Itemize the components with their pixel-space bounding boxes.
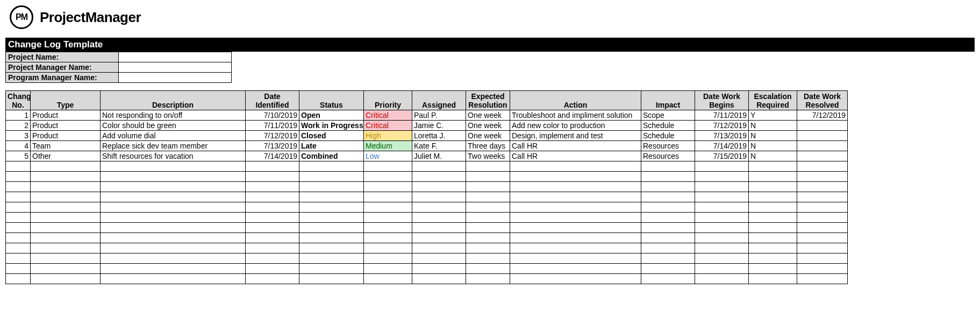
empty-cell[interactable] (797, 274, 848, 284)
cell-status[interactable]: Closed (299, 131, 364, 141)
empty-cell[interactable] (510, 264, 641, 274)
empty-cell[interactable] (641, 161, 695, 172)
empty-cell[interactable] (101, 253, 246, 264)
program-manager-value[interactable] (119, 73, 232, 83)
cell-type[interactable]: Team (31, 141, 101, 151)
project-manager-value[interactable] (119, 62, 232, 73)
empty-cell[interactable] (797, 182, 848, 192)
cell-priority[interactable]: Low (364, 151, 412, 161)
cell-escalation-required[interactable]: N (749, 151, 797, 161)
empty-cell[interactable] (101, 172, 246, 182)
empty-cell[interactable] (364, 213, 412, 223)
empty-cell[interactable] (695, 264, 749, 274)
empty-cell[interactable] (364, 253, 412, 264)
empty-cell[interactable] (246, 161, 299, 172)
empty-cell[interactable] (31, 213, 101, 223)
cell-assigned[interactable]: Loretta J. (412, 131, 466, 141)
empty-cell[interactable] (101, 264, 246, 274)
empty-cell[interactable] (364, 172, 412, 182)
empty-cell[interactable] (31, 192, 101, 202)
empty-cell[interactable] (641, 213, 695, 223)
cell-action[interactable]: Call HR (510, 151, 641, 161)
empty-cell[interactable] (641, 264, 695, 274)
empty-cell[interactable] (466, 213, 510, 223)
empty-cell[interactable] (695, 274, 749, 284)
empty-cell[interactable] (364, 161, 412, 172)
empty-cell[interactable] (364, 202, 412, 213)
empty-cell[interactable] (412, 213, 466, 223)
cell-assigned[interactable]: Kate F. (412, 141, 466, 151)
empty-cell[interactable] (101, 243, 246, 253)
empty-cell[interactable] (695, 233, 749, 243)
cell-description[interactable]: Color should be green (101, 121, 246, 131)
empty-cell[interactable] (466, 243, 510, 253)
empty-cell[interactable] (6, 172, 31, 182)
empty-cell[interactable] (641, 192, 695, 202)
cell-date-work-resolved[interactable] (797, 131, 848, 141)
empty-cell[interactable] (797, 213, 848, 223)
empty-cell[interactable] (6, 253, 31, 264)
cell-date-identified[interactable]: 7/11/2019 (246, 121, 299, 131)
empty-cell[interactable] (749, 172, 797, 182)
cell-status[interactable]: Open (299, 110, 364, 121)
cell-date-identified[interactable]: 7/14/2019 (246, 151, 299, 161)
empty-cell[interactable] (797, 172, 848, 182)
empty-cell[interactable] (6, 223, 31, 233)
empty-cell[interactable] (641, 182, 695, 192)
cell-expected-resolution[interactable]: Two weeks (466, 151, 510, 161)
empty-cell[interactable] (31, 233, 101, 243)
empty-cell[interactable] (749, 161, 797, 172)
empty-cell[interactable] (749, 274, 797, 284)
empty-cell[interactable] (466, 233, 510, 243)
empty-cell[interactable] (101, 213, 246, 223)
cell-no[interactable]: 5 (6, 151, 31, 161)
empty-cell[interactable] (797, 161, 848, 172)
empty-cell[interactable] (364, 243, 412, 253)
empty-cell[interactable] (246, 213, 299, 223)
cell-priority[interactable]: High (364, 131, 412, 141)
empty-cell[interactable] (299, 223, 364, 233)
cell-action[interactable]: Add new color to production (510, 121, 641, 131)
cell-status[interactable]: Combined (299, 151, 364, 161)
cell-impact[interactable]: Scope (641, 110, 695, 121)
empty-cell[interactable] (749, 192, 797, 202)
empty-cell[interactable] (749, 233, 797, 243)
cell-priority[interactable]: Critical (364, 110, 412, 121)
empty-cell[interactable] (510, 223, 641, 233)
empty-cell[interactable] (246, 253, 299, 264)
empty-cell[interactable] (466, 223, 510, 233)
empty-cell[interactable] (695, 182, 749, 192)
empty-cell[interactable] (466, 182, 510, 192)
empty-cell[interactable] (299, 202, 364, 213)
cell-impact[interactable]: Resources (641, 141, 695, 151)
cell-escalation-required[interactable]: N (749, 121, 797, 131)
empty-cell[interactable] (695, 161, 749, 172)
cell-date-identified[interactable]: 7/13/2019 (246, 141, 299, 151)
empty-cell[interactable] (246, 274, 299, 284)
cell-date-work-resolved[interactable] (797, 141, 848, 151)
empty-cell[interactable] (695, 202, 749, 213)
empty-cell[interactable] (466, 161, 510, 172)
cell-type[interactable]: Product (31, 131, 101, 141)
empty-cell[interactable] (31, 172, 101, 182)
empty-cell[interactable] (510, 182, 641, 192)
cell-escalation-required[interactable]: Y (749, 110, 797, 121)
empty-cell[interactable] (101, 233, 246, 243)
empty-cell[interactable] (299, 172, 364, 182)
empty-cell[interactable] (412, 243, 466, 253)
cell-action[interactable]: Call HR (510, 141, 641, 151)
empty-cell[interactable] (510, 243, 641, 253)
empty-cell[interactable] (364, 274, 412, 284)
cell-assigned[interactable]: Juliet M. (412, 151, 466, 161)
empty-cell[interactable] (510, 192, 641, 202)
empty-cell[interactable] (749, 202, 797, 213)
empty-cell[interactable] (101, 202, 246, 213)
cell-date-identified[interactable]: 7/12/2019 (246, 131, 299, 141)
empty-cell[interactable] (364, 264, 412, 274)
empty-cell[interactable] (797, 223, 848, 233)
cell-impact[interactable]: Schedule (641, 121, 695, 131)
cell-escalation-required[interactable]: N (749, 131, 797, 141)
empty-cell[interactable] (641, 274, 695, 284)
empty-cell[interactable] (6, 161, 31, 172)
empty-cell[interactable] (246, 202, 299, 213)
